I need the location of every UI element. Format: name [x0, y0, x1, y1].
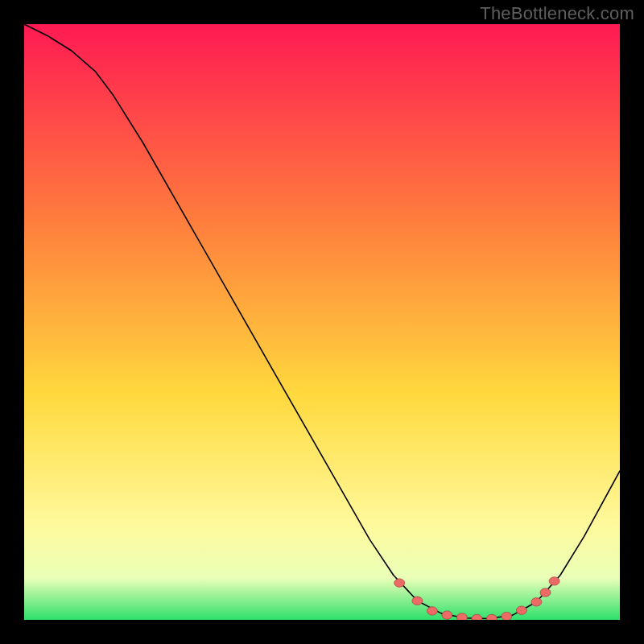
marker-point	[442, 611, 452, 619]
gradient-bg	[24, 24, 620, 620]
marker-point	[516, 606, 526, 614]
watermark-text: TheBottleneck.com	[480, 3, 634, 24]
marker-point	[549, 577, 559, 585]
marker-point	[427, 607, 437, 615]
marker-point	[412, 597, 423, 605]
marker-point	[456, 613, 467, 620]
marker-point	[531, 598, 542, 606]
marker-point	[394, 579, 405, 587]
chart-svg	[24, 24, 620, 620]
plot-area	[24, 24, 620, 620]
chart-container: TheBottleneck.com	[0, 0, 644, 644]
marker-point	[502, 612, 512, 620]
marker-point	[540, 588, 551, 597]
